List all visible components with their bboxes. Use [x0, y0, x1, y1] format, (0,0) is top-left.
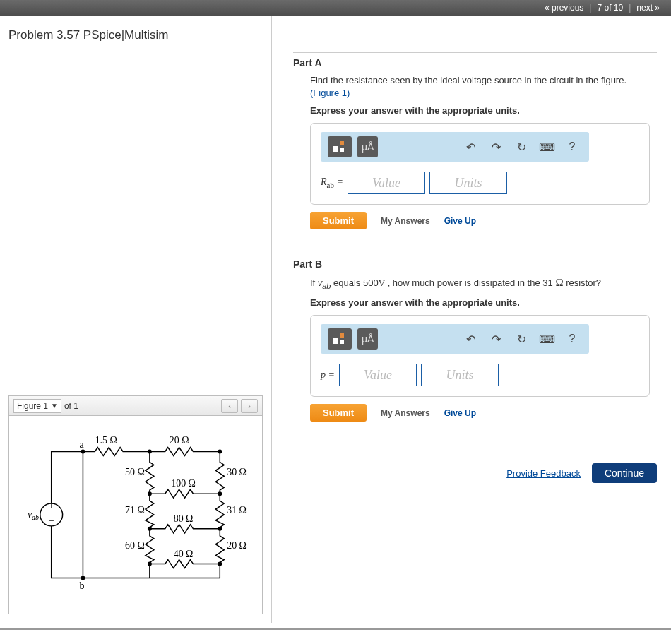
give-up-link[interactable]: Give Up: [444, 408, 476, 418]
figure-selector[interactable]: Figure 1 ▼: [13, 399, 61, 413]
part-a-express: Express your answer with the appropriate…: [310, 105, 650, 116]
svg-text:30 Ω: 30 Ω: [227, 467, 247, 477]
svg-text:20 Ω: 20 Ω: [170, 435, 189, 446]
part-a-variable: Rab =: [321, 177, 343, 189]
next-link[interactable]: next »: [632, 3, 664, 13]
value-input[interactable]: [348, 172, 425, 194]
part-b-instruction: If vab equals 500V , how much power is d…: [310, 275, 650, 292]
svg-text:71 Ω: 71 Ω: [125, 505, 145, 515]
provide-feedback-link[interactable]: Provide Feedback: [506, 468, 581, 479]
units-input[interactable]: [421, 364, 499, 386]
reset-icon[interactable]: ↻: [511, 329, 531, 349]
svg-text:b: b: [79, 580, 84, 591]
units-input[interactable]: [429, 172, 507, 194]
svg-text:40 Ω: 40 Ω: [174, 549, 194, 559]
nav-separator: |: [588, 3, 593, 13]
template-button[interactable]: [328, 328, 352, 350]
footer-row: Provide Feedback Continue: [293, 463, 657, 483]
reset-icon[interactable]: ↻: [511, 137, 531, 157]
right-column: Part A Find the resistance seen by the i…: [272, 16, 671, 623]
bottom-border: [0, 628, 671, 630]
svg-text:a: a: [79, 439, 83, 450]
part-b-answer-box: μÅ ↶ ↷ ↻ ⌨ ? p =: [310, 315, 650, 397]
svg-text:1.5 Ω: 1.5 Ω: [95, 435, 117, 446]
value-input[interactable]: [339, 364, 417, 386]
svg-text:−: −: [49, 515, 54, 526]
svg-rect-29: [340, 148, 344, 152]
svg-rect-32: [340, 340, 344, 344]
answer-toolbar: μÅ ↶ ↷ ↻ ⌨ ?: [321, 324, 589, 354]
answer-toolbar: μÅ ↶ ↷ ↻ ⌨ ?: [321, 132, 589, 162]
figure-next-button[interactable]: ›: [241, 399, 258, 413]
svg-text:50 Ω: 50 Ω: [125, 467, 145, 477]
figure-body: .w { stroke:#000; stroke-width:1.5; fill…: [9, 416, 262, 614]
prev-link[interactable]: « previous: [540, 3, 588, 13]
undo-icon[interactable]: ↶: [461, 329, 480, 349]
part-a-submit-row: Submit My Answers Give Up: [310, 212, 650, 229]
svg-rect-28: [340, 141, 344, 145]
redo-icon[interactable]: ↷: [486, 137, 506, 157]
part-a-answer-row: Rab =: [321, 172, 639, 194]
keyboard-icon[interactable]: ⌨: [537, 137, 557, 157]
keyboard-icon[interactable]: ⌨: [537, 329, 557, 349]
divider: [293, 443, 657, 443]
svg-rect-30: [333, 338, 338, 344]
units-button[interactable]: μÅ: [357, 136, 378, 157]
continue-button[interactable]: Continue: [592, 463, 657, 483]
circuit-diagram: .w { stroke:#000; stroke-width:1.5; fill…: [16, 423, 255, 600]
part-a: Part A Find the resistance seen by the i…: [293, 52, 657, 229]
figure-header: Figure 1 ▼ of 1 ‹ ›: [9, 396, 262, 416]
my-answers-label: My Answers: [381, 216, 430, 226]
part-b-label: Part B: [293, 254, 657, 270]
give-up-link[interactable]: Give Up: [444, 216, 476, 226]
page-counter: 7 of 10: [593, 3, 627, 13]
part-b-submit-row: Submit My Answers Give Up: [310, 404, 650, 422]
submit-button[interactable]: Submit: [310, 404, 367, 422]
figure-panel: Figure 1 ▼ of 1 ‹ › .w { stroke:#000; st…: [8, 395, 263, 614]
part-b-express: Express your answer with the appropriate…: [310, 297, 650, 308]
template-button[interactable]: [328, 136, 352, 157]
svg-text:80 Ω: 80 Ω: [174, 513, 194, 524]
figure-selector-label: Figure 1: [17, 401, 48, 411]
help-icon[interactable]: ?: [562, 137, 582, 157]
svg-text:60 Ω: 60 Ω: [125, 540, 145, 551]
svg-rect-27: [333, 146, 338, 152]
submit-button[interactable]: Submit: [310, 212, 367, 229]
problem-title: Problem 3.57 PSpice|Multisim: [8, 28, 263, 42]
part-b: Part B If vab equals 500V , how much pow…: [293, 254, 657, 422]
part-b-variable: p =: [321, 369, 335, 381]
part-a-answer-box: μÅ ↶ ↷ ↻ ⌨ ? Rab =: [310, 123, 650, 205]
part-a-label: Part A: [293, 52, 657, 68]
svg-text:31 Ω: 31 Ω: [227, 505, 247, 515]
left-column: Problem 3.57 PSpice|Multisim Figure 1 ▼ …: [0, 16, 272, 623]
my-answers-label: My Answers: [381, 408, 430, 418]
units-button[interactable]: μÅ: [357, 328, 378, 350]
figure-of-text: of 1: [64, 401, 78, 411]
svg-text:20 Ω: 20 Ω: [227, 540, 247, 551]
figure-prev-button[interactable]: ‹: [221, 399, 238, 413]
svg-rect-31: [340, 333, 344, 338]
svg-text:vab: vab: [28, 509, 39, 521]
top-nav-bar: « previous | 7 of 10 | next »: [0, 0, 671, 16]
undo-icon[interactable]: ↶: [461, 137, 480, 157]
nav-separator: |: [627, 3, 632, 13]
part-b-answer-row: p =: [321, 364, 639, 386]
chevron-down-icon: ▼: [51, 402, 58, 410]
svg-text:100 Ω: 100 Ω: [171, 478, 196, 489]
figure-1-link[interactable]: (Figure 1): [310, 88, 350, 98]
main-content: Problem 3.57 PSpice|Multisim Figure 1 ▼ …: [0, 16, 671, 623]
part-a-instruction: Find the resistance seen by the ideal vo…: [310, 74, 650, 100]
help-icon[interactable]: ?: [562, 329, 582, 349]
redo-icon[interactable]: ↷: [486, 329, 506, 349]
